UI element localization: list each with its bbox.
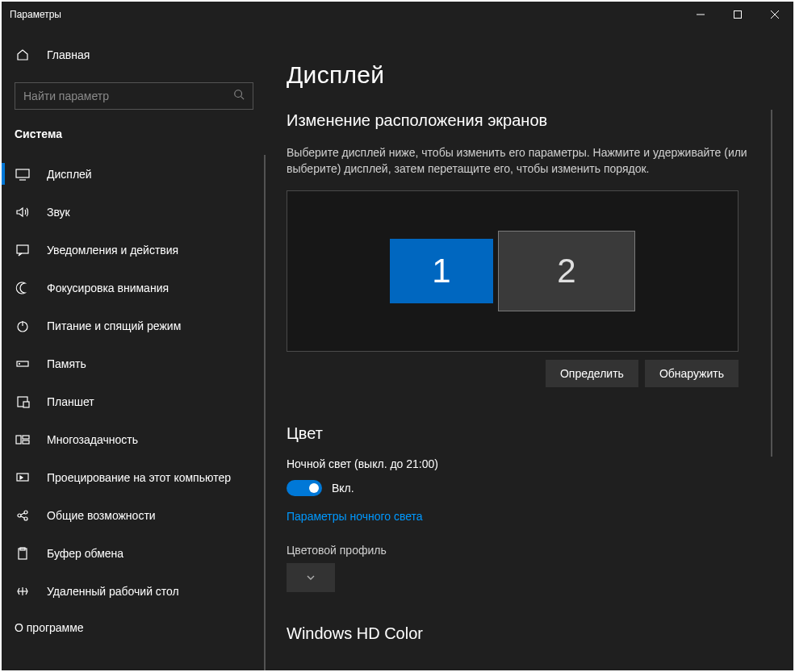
remote-icon — [15, 583, 31, 599]
svg-point-12 — [19, 363, 20, 364]
project-icon — [15, 470, 31, 486]
nav-scrollbar[interactable] — [264, 155, 266, 670]
nav-item-clipboard[interactable]: Буфер обмена — [2, 534, 266, 572]
nav-item-tablet[interactable]: Планшет — [2, 382, 266, 420]
home-nav[interactable]: Главная — [2, 37, 266, 73]
nav-item-display[interactable]: Дисплей — [2, 155, 266, 193]
detect-button[interactable]: Обнаружить — [645, 360, 739, 387]
nav-list: Дисплей Звук Уведомления и действия — [2, 155, 266, 670]
nav-item-shared[interactable]: Общие возможности — [2, 496, 266, 534]
storage-icon — [15, 356, 31, 372]
nav-item-sound[interactable]: Звук — [2, 193, 266, 231]
display-icon — [15, 166, 31, 182]
search-input[interactable] — [23, 90, 233, 102]
nav-item-focus[interactable]: Фокусировка внимания — [2, 269, 266, 307]
color-profile-select[interactable] — [287, 563, 335, 592]
search-box[interactable] — [15, 82, 253, 110]
window-title: Параметры — [10, 9, 61, 20]
svg-point-4 — [235, 90, 242, 98]
power-icon — [15, 318, 31, 334]
window-controls — [682, 2, 793, 27]
nav-item-multitask[interactable]: Многозадачность — [2, 420, 266, 458]
display-arrangement-area[interactable]: 1 2 — [287, 190, 739, 352]
nav-item-notifications[interactable]: Уведомления и действия — [2, 231, 266, 269]
nav-label: Общие возможности — [47, 509, 156, 522]
notifications-icon — [15, 242, 31, 258]
maximize-button[interactable] — [719, 2, 756, 27]
shared-icon — [15, 507, 31, 524]
settings-window: Параметры Главная — [2, 2, 793, 670]
svg-point-19 — [18, 514, 21, 517]
toggle-state-label: Вкл. — [332, 482, 354, 495]
nav-item-power[interactable]: Питание и спящий режим — [2, 307, 266, 344]
content-scrollbar[interactable] — [771, 110, 772, 457]
night-light-label: Ночной свет (выкл. до 21:00) — [287, 457, 774, 470]
close-button[interactable] — [756, 2, 793, 27]
nav-label: Уведомления и действия — [47, 244, 178, 257]
nav-label: Проецирование на этот компьютер — [47, 471, 231, 484]
tablet-icon — [15, 394, 31, 410]
arrange-instruction: Выберите дисплей ниже, чтобы изменить ег… — [287, 144, 755, 177]
page-title: Дисплей — [287, 61, 774, 89]
arrange-heading: Изменение расположения экранов — [287, 111, 774, 130]
nav-label: Дисплей — [47, 168, 92, 181]
category-label: Система — [2, 127, 266, 140]
identify-button[interactable]: Определить — [546, 360, 638, 387]
multitask-icon — [15, 432, 31, 448]
svg-rect-6 — [16, 169, 29, 177]
nav-item-project[interactable]: Проецирование на этот компьютер — [2, 458, 266, 496]
nav-item-remote[interactable]: Удаленный рабочий стол — [2, 572, 266, 610]
search-icon — [233, 89, 245, 103]
svg-rect-16 — [23, 436, 29, 439]
content-pane: Дисплей Изменение расположения экранов В… — [266, 27, 793, 670]
svg-rect-15 — [16, 436, 21, 444]
nav-label: Звук — [47, 206, 70, 219]
nav-label: Память — [47, 357, 86, 370]
sound-icon — [15, 204, 31, 220]
night-light-settings-link[interactable]: Параметры ночного света — [287, 510, 423, 523]
svg-line-23 — [21, 516, 24, 518]
home-icon — [15, 47, 31, 63]
svg-rect-1 — [734, 11, 742, 19]
svg-point-21 — [24, 517, 27, 520]
titlebar: Параметры — [2, 2, 793, 27]
night-light-toggle[interactable] — [287, 480, 322, 496]
svg-line-22 — [21, 513, 24, 515]
focus-icon — [15, 280, 31, 296]
nav-label: Многозадачность — [47, 433, 138, 446]
svg-point-20 — [24, 511, 27, 514]
clipboard-icon — [15, 545, 31, 561]
nav-label: Буфер обмена — [47, 547, 123, 560]
nav-label: О программе — [15, 621, 84, 634]
minimize-button[interactable] — [682, 2, 719, 27]
sidebar: Главная Система — [2, 27, 266, 670]
monitor-2[interactable]: 2 — [498, 231, 635, 311]
nav-label: Планшет — [47, 395, 94, 408]
home-label: Главная — [47, 48, 90, 61]
nav-label: Фокусировка внимания — [47, 282, 169, 294]
svg-rect-8 — [17, 245, 28, 253]
svg-rect-17 — [23, 440, 29, 444]
nav-label: Удаленный рабочий стол — [47, 585, 179, 598]
nav-item-storage[interactable]: Память — [2, 344, 266, 382]
svg-rect-14 — [23, 402, 29, 407]
color-heading: Цвет — [287, 424, 774, 443]
nav-item-about[interactable]: О программе — [2, 610, 266, 634]
monitor-1[interactable]: 1 — [390, 239, 493, 303]
color-profile-label: Цветовой профиль — [287, 544, 774, 557]
svg-line-5 — [241, 97, 245, 100]
nav-label: Питание и спящий режим — [47, 319, 181, 332]
hd-color-heading: Windows HD Color — [287, 624, 774, 643]
arrange-buttons: Определить Обнаружить — [287, 360, 739, 387]
